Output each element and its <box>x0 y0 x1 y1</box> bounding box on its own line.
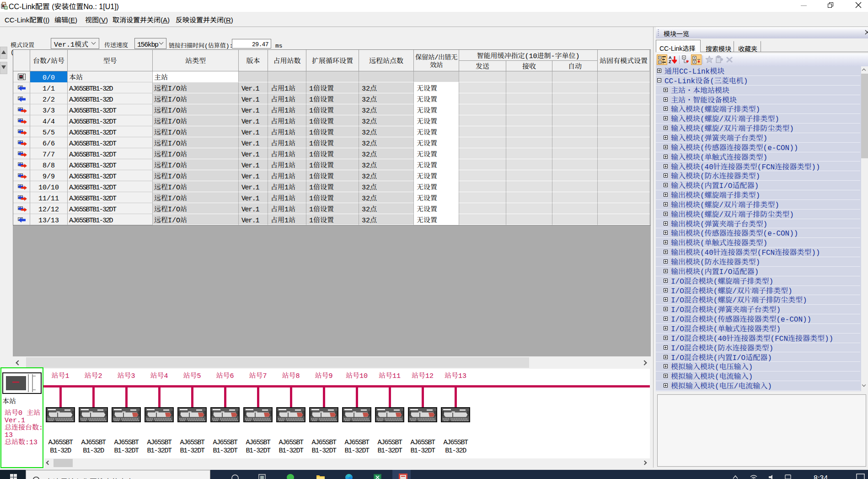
svg-text:Z: Z <box>669 59 671 64</box>
